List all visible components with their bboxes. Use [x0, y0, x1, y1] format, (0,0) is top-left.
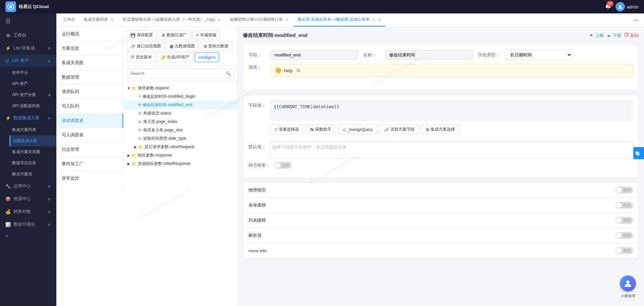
parser-row[interactable]: 解析器 关闭 — [243, 228, 638, 243]
var-selector-button[interactable]: ▽ 变量选择器 — [270, 125, 303, 134]
parser-switch[interactable]: 关闭 — [615, 232, 633, 239]
form-build-row[interactable]: 表单建模 关闭 — [243, 198, 638, 213]
tab-close-integration-list[interactable]: ✕ — [110, 17, 114, 22]
sidebar-item-api-category[interactable]: API 资产分类 ∨ — [9, 89, 56, 100]
sidebar-item-software-platform[interactable]: 软件平台 — [9, 67, 56, 78]
type-select[interactable]: 长日期时间 字符串 整数 日期 — [505, 50, 572, 60]
left-nav-integration-graph[interactable]: 集成关系图 — [56, 56, 123, 70]
tab-close-jindie[interactable]: ✕ — [285, 17, 289, 22]
sidebar-item-finance[interactable]: 💰 财务对账 ∨ — [0, 205, 56, 218]
down-move-button[interactable]: 下移 — [606, 33, 621, 39]
left-nav-exception-monitor[interactable]: 异常监控 — [56, 171, 123, 186]
supplement-button[interactable]: ↗ 补漏措施 — [192, 30, 220, 40]
more-info-toggle[interactable]: 关闭 — [615, 247, 633, 254]
sidebar-bottom-menu[interactable]: ≡ — [0, 231, 56, 241]
parser-toggle[interactable]: 关闭 — [615, 232, 633, 239]
tab-more-button[interactable] — [631, 13, 641, 27]
tree-node-status[interactable]: Sr 单据状态-status — [123, 109, 237, 118]
tree-node-date-type[interactable]: Sr 抓取时间类型-date_type — [123, 134, 237, 143]
copy-meta-button[interactable]: ⊞ 复制元数据 — [200, 41, 232, 51]
sidebar-item-integration-list[interactable]: 集成方案列表 — [9, 124, 56, 135]
sidebar-item-solution-package[interactable]: 解决方案包 — [9, 169, 56, 180]
tab-jushui-changtong[interactable]: 聚水潭-其他出库单-->畅捷通-其他出库单 ✕ ↺ — [293, 13, 385, 27]
meta-view-button[interactable]: ▦ 元数据视图 — [166, 41, 199, 51]
tree-node-request-params[interactable]: ▼ 📁 请求参数-request — [123, 84, 237, 92]
intelligent-button[interactable]: intelligent — [195, 52, 219, 62]
search-input[interactable] — [127, 69, 234, 78]
tree-toggle-resp[interactable]: ▶ — [126, 154, 131, 157]
left-nav-run-overview[interactable]: 运行概况 — [56, 27, 123, 41]
sidebar-item-ops-center[interactable]: 🔧 运维中心 ∨ — [0, 180, 56, 192]
list-build-row[interactable]: 列表建模 关闭 — [243, 213, 638, 228]
form-build-toggle[interactable]: 关闭 — [615, 202, 633, 209]
help-link-icon[interactable]: ⧉ — [297, 68, 300, 73]
sidebar-item-data-integration[interactable]: ⚡ 数据集成方案 ∧ — [0, 112, 56, 124]
tree-node-modified-begin[interactable]: ⟳ 修改起始时间-modified_begin — [123, 92, 237, 101]
form-build-switch[interactable]: 关闭 — [615, 202, 633, 209]
user-area[interactable]: admin — [615, 2, 639, 11]
left-nav-write-queue[interactable]: 写入队列 — [56, 99, 123, 114]
history-button[interactable]: ⏱ 历史版本 — [127, 52, 156, 62]
tab-refresh-icon[interactable]: ↺ — [378, 17, 381, 22]
copy-action-button[interactable]: 复制 — [624, 32, 639, 39]
search-icon[interactable]: 🔍 — [226, 71, 231, 76]
field-input[interactable] — [271, 50, 358, 60]
sidebar-item-data-export[interactable]: 数据导出任务 — [9, 158, 56, 169]
tree-node-modified-end[interactable]: ⟳ 修改结束时间-modified_end — [123, 101, 237, 109]
left-nav-write-dispatcher[interactable]: 写入调度者 — [56, 128, 123, 142]
left-nav-request-queue[interactable]: 请求队列 — [56, 85, 123, 99]
sidebar-item-resource-center[interactable]: 📦 资源中心 ∨ — [0, 192, 56, 205]
sidebar-item-api-assets-sub[interactable]: API 资产 — [9, 78, 56, 89]
left-nav-log-management[interactable]: 日志管理 — [56, 142, 123, 157]
sidebar-item-workspace[interactable]: ⊞ 工作台 — [0, 29, 56, 42]
name-input[interactable] — [385, 50, 473, 60]
integration-select-button[interactable]: ⊞ 集成方案选择 — [422, 125, 459, 134]
mongo-query-button[interactable]: ◇ _mongoQuery — [338, 125, 377, 134]
more-info-row[interactable]: more info 关闭 — [243, 243, 638, 258]
up-move-button[interactable]: 上移 — [589, 33, 604, 39]
func-helper-button[interactable]: fx 函数助手 — [306, 125, 336, 134]
tree-node-other-response[interactable]: ▶ 📁 其他响应参数-otherResponse — [123, 160, 237, 168]
tab-jindie-xiaoman[interactable]: 金蝶销售订单=>小满销售订单 ✕ — [226, 13, 293, 27]
sidebar-item-api-adapter[interactable]: API 适配器列表 — [9, 100, 56, 112]
left-nav-event-factory[interactable]: 事件加工厂 — [56, 157, 123, 171]
data-filter-button[interactable]: ⚙ 数据过滤厂 — [158, 30, 191, 40]
static-mapping-toggle[interactable]: 关闭 — [274, 162, 292, 169]
small-qing-assistant[interactable]: 小青助理 — [619, 275, 637, 299]
sidebar-item-data-viz[interactable]: 📊 数据可视化 ∨ — [0, 218, 56, 231]
tab-close-wangdian[interactable]: ✕ — [217, 17, 221, 22]
tree-node-page-index[interactable]: Sr 第几页-page_index — [123, 118, 237, 126]
tree-toggle-request[interactable]: ▼ — [126, 86, 131, 90]
left-nav-data-management[interactable]: 数据管理 — [56, 70, 123, 85]
default-value-input[interactable]: 如果字段值不生效时，会启用该默认值 — [270, 142, 633, 159]
tree-node-page-size[interactable]: Sr 每页多少条-page_size — [123, 126, 237, 134]
sidebar-item-integration-relations[interactable]: 集成方案关系图 — [9, 146, 56, 158]
relate-field-button[interactable]: 🔗 关联方案字段 — [380, 125, 419, 134]
tree-node-other-request[interactable]: ▶ 📁 其它请求参数-otherRequest — [123, 143, 237, 151]
gen-api-button[interactable]: 🔑 生成API资产 — [157, 52, 193, 62]
tab-close-jushui[interactable]: ✕ — [372, 17, 376, 22]
settings-fab-button[interactable] — [633, 147, 644, 159]
left-nav-request-dispatcher[interactable]: 请求调度者 — [56, 114, 123, 128]
field-value-editor[interactable]: {{CURRENT_TIME|datetime}} — [270, 100, 633, 121]
tab-integration-list[interactable]: 集成方案列表 ✕ — [80, 13, 118, 27]
tab-workspace[interactable]: 工作台 — [59, 13, 79, 27]
sidebar-item-create-integration[interactable]: 创建集成方案 — [9, 135, 56, 146]
notification-button[interactable]: 10 — [605, 3, 611, 11]
tab-wangdian-copy[interactable]: 旺店通销售出库-->金蝶采购入库（一件代发）_copy ✕ — [119, 13, 225, 27]
more-info-switch[interactable]: 关闭 — [615, 247, 633, 254]
physical-model-row[interactable]: 物理模型 关闭 — [243, 183, 638, 198]
interface-view-button[interactable]: 🔗 接口信息视图 — [127, 41, 165, 51]
tree-toggle-oreq[interactable]: ▶ — [133, 145, 138, 149]
sidebar-item-api-assets[interactable]: ◎ API 资产 ∧ — [0, 54, 56, 67]
list-build-switch[interactable]: 关闭 — [615, 217, 633, 224]
physical-model-toggle[interactable]: 关闭 — [615, 187, 633, 193]
left-nav-plan-info[interactable]: 方案信息 — [56, 41, 123, 56]
sidebar-item-lite[interactable]: ⚡ Lite 轻集成 ∨ — [0, 42, 56, 54]
save-config-button[interactable]: 💾 保存配置 — [127, 30, 157, 40]
physical-model-switch[interactable]: 关闭 — [615, 187, 633, 193]
list-build-toggle[interactable]: 关闭 — [615, 217, 633, 224]
tree-node-response[interactable]: ▶ 📁 响应参数-response — [123, 151, 237, 160]
tree-toggle-oresp[interactable]: ▶ — [126, 162, 131, 166]
hamburger-menu[interactable]: ☰ — [0, 13, 56, 29]
